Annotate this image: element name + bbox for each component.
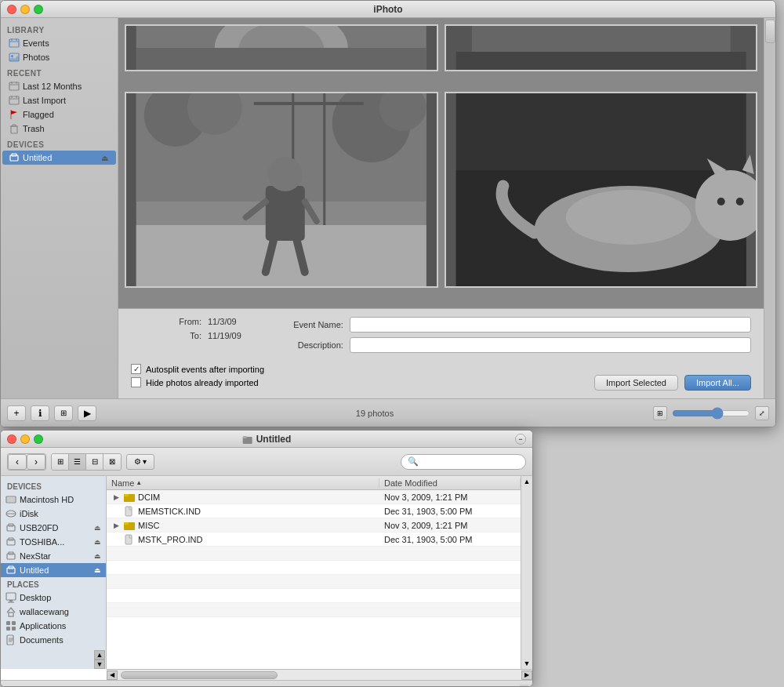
name-col-header[interactable]: Name ▲	[107, 478, 379, 488]
finder-item-toshiba[interactable]: TOSHIBA... ⏏	[1, 535, 106, 549]
sidebar-item-trash[interactable]: Trash	[2, 122, 116, 136]
sidebar-scroll-down[interactable]: ▼	[94, 660, 105, 669]
finder-maximize-button[interactable]	[34, 434, 43, 444]
toshiba-eject-icon[interactable]: ⏏	[94, 538, 101, 546]
close-button[interactable]	[7, 5, 16, 14]
finder-collapse-button[interactable]: −	[515, 434, 526, 445]
action-button[interactable]: ⚙▾	[126, 454, 154, 470]
desktop-icon	[5, 592, 16, 603]
description-row: Description:	[273, 337, 751, 353]
column-view-btn[interactable]: ⊟	[86, 454, 103, 470]
svg-rect-85	[125, 535, 132, 544]
finder-body: DEVICES Macintosh HD iDisk USB20FD ⏏	[1, 476, 532, 669]
event-name-input[interactable]	[350, 317, 751, 333]
expand-arrow-2[interactable]: ▶	[111, 521, 121, 530]
hide-imported-label: Hide photos already imported	[146, 378, 259, 387]
applications-icon	[5, 620, 16, 631]
fullscreen-btn[interactable]: ⤢	[755, 406, 769, 420]
scroll-down-btn[interactable]: ▼	[521, 658, 532, 669]
icon-view-btn[interactable]: ⊞	[52, 454, 69, 470]
hscroll-right-btn[interactable]: ▶	[521, 671, 532, 680]
nexstar-eject-icon[interactable]: ⏏	[94, 552, 101, 560]
devices-header: DEVICES	[1, 136, 118, 151]
svg-rect-6	[9, 82, 19, 90]
svg-point-5	[11, 55, 13, 57]
finder-item-macintosh-hd[interactable]: Macintosh HD	[1, 493, 106, 507]
play-button[interactable]: ▶	[78, 405, 96, 421]
device-icon	[9, 152, 20, 163]
add-button[interactable]: +	[7, 405, 26, 421]
filelist-scrollbar[interactable]: ▲ ▼	[521, 476, 532, 669]
forward-button[interactable]: ›	[27, 454, 45, 470]
sidebar-item-untitled-device[interactable]: Untitled ⏏	[2, 151, 116, 165]
scroll-up-btn[interactable]: ▲	[521, 476, 532, 487]
date-col-header[interactable]: Date Modified	[379, 478, 521, 488]
nexstar-label: NexStar	[20, 551, 51, 561]
traffic-lights	[7, 5, 43, 14]
iphoto-scrollbar[interactable]	[764, 18, 775, 398]
svg-point-40	[268, 157, 303, 191]
svg-point-53	[565, 190, 691, 245]
iphoto-sidebar: LIBRARY Events Photos RECENT Last 12 Mon…	[1, 18, 118, 398]
photo-thumb-2[interactable]	[445, 24, 758, 71]
to-value: 11/19/09	[208, 331, 241, 340]
search-input[interactable]	[422, 457, 519, 467]
hscroll-thumb[interactable]	[121, 671, 278, 679]
list-view-btn[interactable]: ☰	[69, 454, 86, 470]
finder-filelist: Name ▲ Date Modified ▶ DCIM Nov 3, 2009,…	[107, 476, 521, 669]
finder-item-wallacewang[interactable]: wallacewang	[1, 605, 106, 619]
autosplit-checkbox[interactable]: ✓	[131, 364, 141, 374]
import-all-button[interactable]: Import All...	[684, 375, 751, 391]
usb20fd-eject-icon[interactable]: ⏏	[94, 524, 101, 532]
expand-arrow-0[interactable]: ▶	[111, 493, 121, 502]
filelist-header: Name ▲ Date Modified	[107, 476, 521, 490]
description-input[interactable]	[350, 337, 751, 353]
finder-item-applications[interactable]: Applications	[1, 619, 106, 633]
photo-thumb-3[interactable]	[125, 92, 438, 288]
photo-thumb-1[interactable]	[125, 24, 438, 71]
maximize-button[interactable]	[34, 5, 43, 14]
file-icon-3	[124, 534, 135, 545]
hide-imported-checkbox[interactable]	[131, 377, 141, 387]
wallacewang-label: wallacewang	[20, 607, 69, 616]
finder-folder-icon	[242, 434, 253, 445]
svg-rect-75	[12, 627, 16, 631]
finder-title: Untitled	[242, 434, 292, 445]
finder-item-documents[interactable]: Documents	[1, 633, 106, 647]
finder-item-idisk[interactable]: iDisk	[1, 507, 106, 521]
edit-button[interactable]: ⊞	[54, 405, 73, 421]
svg-rect-71	[9, 612, 13, 616]
info-button[interactable]: ℹ	[31, 405, 49, 421]
sidebar-item-last-import[interactable]: Last Import	[2, 93, 116, 107]
sidebar-item-events[interactable]: Events	[2, 36, 116, 50]
hscroll-left-btn[interactable]: ◀	[107, 671, 118, 680]
zoom-slider[interactable]	[672, 407, 750, 420]
sidebar-item-last12months[interactable]: Last 12 Months	[2, 79, 116, 93]
svg-rect-72	[6, 621, 10, 625]
finder-item-untitled[interactable]: Untitled ⏏	[1, 563, 106, 577]
untitled-eject-icon[interactable]: ⏏	[94, 566, 101, 574]
finder-traffic-lights	[7, 434, 43, 444]
sidebar-item-photos[interactable]: Photos	[2, 50, 116, 64]
sidebar-scroll-up[interactable]: ▲	[94, 650, 105, 660]
table-row[interactable]: ▶ MEMSTICK.IND Dec 31, 1903, 5:00 PM	[107, 504, 521, 518]
events-label: Events	[23, 38, 110, 48]
sidebar-item-flagged[interactable]: Flagged	[2, 107, 116, 122]
nexstar-icon	[5, 551, 16, 562]
coverflow-view-btn[interactable]: ⊠	[103, 454, 121, 470]
table-row[interactable]: ▶ MSTK_PRO.IND Dec 31, 1903, 5:00 PM	[107, 533, 521, 547]
finder-minimize-button[interactable]	[20, 434, 30, 444]
finder-item-nexstar[interactable]: NexStar ⏏	[1, 549, 106, 563]
hd-icon	[5, 494, 16, 505]
grid-view-btn[interactable]: ⊞	[653, 406, 667, 420]
import-selected-button[interactable]: Import Selected	[594, 375, 678, 391]
finder-close-button[interactable]	[7, 434, 16, 444]
back-button[interactable]: ‹	[8, 454, 27, 470]
finder-item-usb20fd[interactable]: USB20FD ⏏	[1, 521, 106, 535]
table-row[interactable]: ▶ DCIM Nov 3, 2009, 1:21 PM	[107, 490, 521, 504]
photo-thumb-4[interactable]	[445, 92, 758, 288]
minimize-button[interactable]	[20, 5, 30, 14]
table-row[interactable]: ▶ MISC Nov 3, 2009, 1:21 PM	[107, 518, 521, 533]
eject-button[interactable]: ⏏	[99, 152, 110, 163]
finder-item-desktop[interactable]: Desktop	[1, 591, 106, 605]
